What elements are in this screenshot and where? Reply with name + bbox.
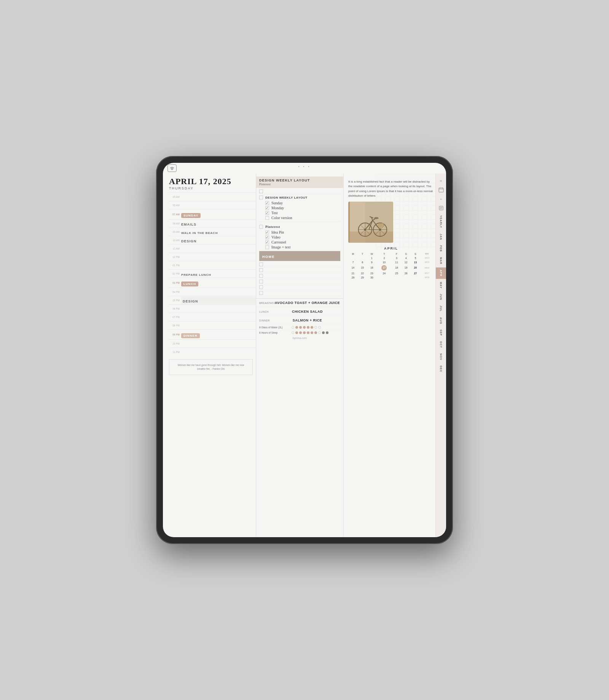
checkbox-test[interactable]: ✓ — [265, 211, 269, 215]
time-slot-10pm: 10 PM — [169, 339, 256, 348]
water-dots — [292, 326, 321, 329]
sleep-tracker: 8 Hours of Sleep — [256, 330, 343, 335]
home-checkbox-6[interactable] — [259, 291, 263, 295]
task-text-ideapin: Idea Pin — [271, 230, 284, 234]
time-slot-08pm: 08 PM — [169, 321, 256, 329]
tab-icon-calendar[interactable] — [437, 186, 445, 194]
task-monday: ✓ Monday — [259, 205, 340, 210]
home-checkbox-5[interactable] — [259, 285, 263, 289]
tab-jun[interactable]: JUN — [436, 291, 446, 302]
home-checkbox-2[interactable] — [259, 268, 263, 272]
home-task-4 — [259, 279, 340, 285]
event-emails: Emails — [181, 223, 196, 226]
quote-text: Women like me have gone through hell. Wo… — [173, 363, 249, 371]
cal-row-2: 7 8 9 10 11 12 13 W15 — [348, 260, 434, 264]
meal-dinner-value: Salmon + Rice — [274, 318, 340, 322]
section2-checkbox[interactable] — [259, 225, 263, 229]
meal-breakfast: Breakfast Avocado Toast + Orange Juice — [256, 299, 343, 307]
time-slot-walk: 09 AM Walk in the Beach — [169, 228, 256, 236]
checkbox-monday[interactable]: ✓ — [265, 206, 269, 210]
time-slot-06am: 06 AM — [169, 201, 256, 209]
tab-dec[interactable]: DEC — [436, 363, 446, 375]
task-empty-row — [256, 189, 343, 194]
event-design2: Design — [181, 299, 198, 303]
date-day: Thursday — [169, 186, 256, 190]
trackers-section: 8 Glass of Water (2L) — [256, 325, 343, 335]
top-bar — [163, 163, 446, 173]
home-task-2 — [259, 267, 340, 273]
task-carrousel: ✓ Carrousel — [259, 240, 340, 245]
time-slot-breakfast: 07 AM Sunday — [169, 209, 256, 219]
sleep-dots — [292, 331, 328, 334]
svg-point-0 — [171, 168, 173, 170]
date-title: April 17, 2025 — [169, 177, 256, 186]
home-checkbox-4[interactable] — [259, 280, 263, 283]
time-slot-11pm: 11 PM — [169, 348, 256, 356]
meal-breakfast-label: Breakfast — [259, 301, 274, 304]
cal-header-m: M — [348, 252, 358, 256]
meal-lunch-label: Lunch — [259, 310, 274, 313]
cal-month-label: April — [348, 247, 434, 250]
task-text-monday: Monday — [271, 206, 284, 210]
checkbox-imagetext[interactable] — [265, 245, 269, 249]
cal-row-5: 28 29 30 W18 — [348, 275, 434, 280]
checkbox-ideapin[interactable]: ✓ — [265, 231, 269, 234]
tab-icon-menu[interactable]: ≡ — [437, 177, 445, 185]
tab-oct[interactable]: OCT — [436, 339, 446, 350]
tab-icon-note[interactable] — [437, 204, 445, 212]
time-slot-11am: 11 AM — [169, 244, 256, 253]
time-slot-lunch: 03 PM Lunch — [169, 278, 256, 288]
time-slot-06pm: 06 PM — [169, 304, 256, 313]
tab-feb[interactable]: FEB — [436, 243, 446, 254]
tab-may[interactable]: MAY — [436, 280, 446, 291]
tab-jul[interactable]: JUL — [436, 303, 446, 314]
tab-apr[interactable]: APR — [436, 267, 446, 279]
tab-sep[interactable]: SEP — [436, 327, 446, 338]
home-section-header: HOME — [259, 251, 340, 261]
checkbox-sunday[interactable]: ✓ — [265, 201, 269, 205]
tab-jan[interactable]: JAN — [436, 231, 446, 242]
photo-bicycle — [348, 202, 393, 243]
tab-nov[interactable]: NOV — [436, 351, 446, 363]
task-main-header: Design Weekly Layout Pinterest — [256, 177, 343, 188]
home-checkbox-1[interactable] — [259, 262, 263, 266]
left-column: April 17, 2025 Thursday 05 AM 06 AM — [163, 173, 256, 537]
calendar-table: M T W T F S S WK — [348, 252, 434, 280]
tab-icon-add[interactable]: + — [437, 195, 445, 203]
mini-calendar: April M T W T F S S — [348, 247, 434, 280]
time-label: 05 AM — [169, 196, 181, 198]
cal-header-f: F — [392, 252, 402, 256]
time-slot-emails: 08 AM Emails — [169, 219, 256, 228]
task-section1: Design Weekly Layout ✓ Sunday ✓ Monday ✓… — [256, 194, 343, 220]
app-logo[interactable] — [167, 164, 177, 172]
task-checkbox-empty[interactable] — [259, 189, 263, 193]
meal-breakfast-value: Avocado Toast + Orange Juice — [274, 301, 340, 305]
home-task-6 — [259, 290, 340, 296]
main-content: April 17, 2025 Thursday 05 AM 06 AM — [163, 163, 446, 537]
home-checkbox-3[interactable] — [259, 274, 263, 278]
tab-aug[interactable]: AUG — [436, 315, 446, 327]
svg-rect-25 — [378, 223, 384, 227]
task-text-color: Color version — [271, 216, 292, 220]
task-sunday: ✓ Sunday — [259, 200, 340, 205]
section1-checkbox[interactable] — [259, 196, 263, 199]
tab-yearly[interactable]: YEARLY — [436, 213, 446, 231]
task-text-carrousel: Carrousel — [271, 240, 286, 244]
notes-area: It is a long established fact that a rea… — [347, 177, 434, 282]
home-task-3 — [259, 273, 340, 279]
cal-header-s2: S — [411, 252, 420, 256]
tablet-screen: April 17, 2025 Thursday 05 AM 06 AM — [163, 163, 446, 537]
tab-bar: ≡ + — [435, 173, 446, 537]
tab-mar[interactable]: MAR — [436, 255, 446, 267]
cal-header-t2: T — [376, 252, 392, 256]
event-design1: Design — [181, 239, 197, 243]
home-tasks — [256, 262, 343, 296]
checkbox-color[interactable] — [265, 216, 269, 220]
home-task-5 — [259, 285, 340, 290]
checkbox-video[interactable]: ✓ — [265, 235, 269, 239]
time-slot-07pm: 07 PM — [169, 313, 256, 321]
today-marker: 17 — [381, 265, 387, 270]
checkbox-carrousel[interactable]: ✓ — [265, 240, 269, 244]
home-task-1 — [259, 262, 340, 267]
quote-box: Women like me have gone through hell. Wo… — [169, 359, 253, 375]
